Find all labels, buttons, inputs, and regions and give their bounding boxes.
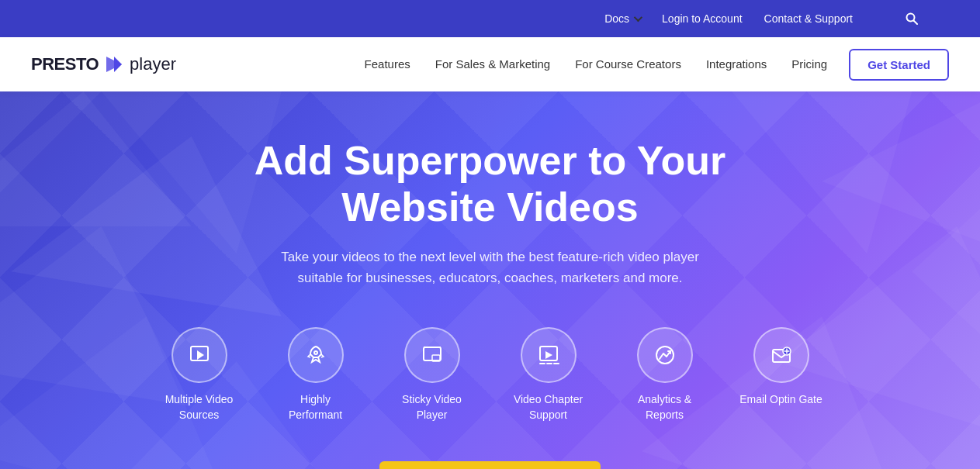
highly-performant-icon-circle bbox=[288, 327, 344, 383]
login-link[interactable]: Login to Account bbox=[662, 12, 743, 25]
sticky-video-icon-circle bbox=[404, 327, 460, 383]
svg-marker-17 bbox=[197, 350, 204, 360]
sticky-video-label: Sticky Video Player bbox=[390, 392, 475, 422]
nav-get-started-button[interactable]: Get Started bbox=[849, 49, 949, 81]
nav-pricing[interactable]: Pricing bbox=[791, 57, 827, 71]
search-icon[interactable] bbox=[874, 6, 949, 31]
svg-marker-23 bbox=[545, 351, 552, 359]
features-row: Multiple Video Sources Highly Performant bbox=[157, 327, 824, 422]
feature-analytics: Analytics & Reports bbox=[622, 327, 708, 422]
main-nav: PRESTO player Features For Sales & Marke… bbox=[0, 37, 980, 91]
feature-highly-performant: Highly Performant bbox=[273, 327, 358, 422]
svg-point-18 bbox=[314, 351, 317, 354]
contact-link[interactable]: Contact & Support bbox=[764, 12, 853, 25]
logo-icon bbox=[103, 53, 125, 75]
feature-multiple-video: Multiple Video Sources bbox=[157, 327, 242, 422]
svg-line-1 bbox=[914, 21, 918, 25]
video-chapter-label: Video Chapter Support bbox=[506, 392, 591, 422]
cta-button[interactable]: Get Started Now → bbox=[379, 461, 601, 469]
hero-title: Add Superpower to Your Website Videos bbox=[219, 138, 762, 231]
svg-marker-5 bbox=[0, 91, 192, 226]
svg-marker-4 bbox=[0, 91, 102, 271]
chevron-down-icon bbox=[634, 13, 642, 22]
analytics-label: Analytics & Reports bbox=[622, 392, 708, 422]
rocket-icon bbox=[304, 343, 327, 367]
nav-sales[interactable]: For Sales & Marketing bbox=[435, 57, 550, 71]
logo[interactable]: PRESTO player bbox=[31, 53, 176, 75]
video-chapter-icon bbox=[537, 343, 560, 367]
logo-brand: PRESTO bbox=[31, 54, 99, 74]
multiple-video-icon bbox=[188, 343, 211, 367]
feature-sticky-video: Sticky Video Player bbox=[390, 327, 475, 422]
logo-text: player bbox=[130, 54, 176, 74]
docs-link[interactable]: Docs bbox=[604, 12, 640, 25]
feature-email-optin: Email Optin Gate bbox=[739, 327, 824, 422]
svg-marker-3 bbox=[114, 57, 122, 72]
email-optin-label: Email Optin Gate bbox=[739, 392, 822, 408]
svg-marker-12 bbox=[912, 136, 980, 406]
multiple-video-icon-circle bbox=[171, 327, 227, 383]
multiple-video-label: Multiple Video Sources bbox=[157, 392, 242, 422]
analytics-icon-circle bbox=[637, 327, 693, 383]
feature-video-chapter: Video Chapter Support bbox=[506, 327, 591, 422]
email-optin-icon-circle bbox=[753, 327, 809, 383]
nav-links: Features For Sales & Marketing For Cours… bbox=[365, 57, 828, 71]
email-optin-icon bbox=[770, 343, 793, 367]
video-chapter-icon-circle bbox=[521, 327, 577, 383]
svg-marker-11 bbox=[822, 91, 980, 271]
highly-performant-label: Highly Performant bbox=[273, 392, 358, 422]
analytics-icon bbox=[653, 343, 677, 367]
nav-features[interactable]: Features bbox=[365, 57, 410, 71]
top-bar: Docs Login to Account Contact & Support bbox=[0, 0, 980, 37]
nav-course-creators[interactable]: For Course Creators bbox=[575, 57, 681, 71]
sticky-video-icon bbox=[421, 343, 444, 367]
hero-section: Add Superpower to Your Website Videos Ta… bbox=[0, 91, 980, 469]
hero-subtitle: Take your videos to the next level with … bbox=[273, 247, 708, 288]
nav-integrations[interactable]: Integrations bbox=[706, 57, 767, 71]
